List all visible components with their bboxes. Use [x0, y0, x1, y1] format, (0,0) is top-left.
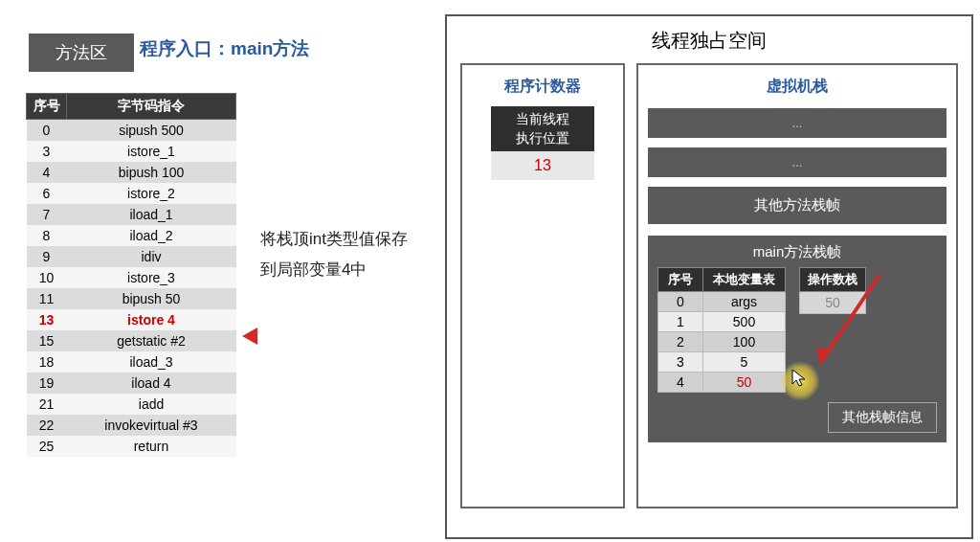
- cell-seq: 3: [27, 141, 67, 162]
- bytecode-table: 序号 字节码指令 0sipush 5003istore_14bipush 100…: [26, 93, 236, 457]
- entry-point-label: 程序入口：main方法: [140, 36, 309, 61]
- current-line-pointer-icon: [242, 327, 257, 345]
- program-counter-box: 程序计数器 当前线程 执行位置 13: [460, 63, 625, 508]
- cell-instr: iadd: [67, 394, 236, 415]
- table-row: 4bipush 100: [27, 162, 236, 183]
- pc-label: 执行位置: [491, 129, 594, 148]
- cell-seq: 0: [27, 120, 67, 142]
- col-instr: 字节码指令: [67, 94, 236, 120]
- vm-stack-title: 虚拟机栈: [648, 77, 947, 97]
- table-row: 1500: [658, 312, 786, 332]
- table-row: 13istore 4: [27, 309, 236, 330]
- lv-col-seq: 序号: [658, 268, 703, 292]
- pc-value: 13: [491, 151, 594, 180]
- lv-seq: 2: [658, 332, 703, 352]
- cursor-icon: [791, 369, 809, 393]
- table-row: 2100: [658, 332, 786, 352]
- cell-instr: iload_2: [67, 225, 236, 246]
- cell-seq: 8: [27, 225, 67, 246]
- desc-line: 到局部变量4中: [260, 255, 408, 285]
- desc-line: 将栈顶int类型值保存: [260, 224, 408, 255]
- main-stack-frame: main方法栈帧 序号 本地变量表 0args1500210035450 操作数…: [648, 236, 947, 442]
- cell-seq: 13: [27, 309, 67, 330]
- cell-instr: sipush 500: [67, 120, 236, 142]
- lv-val: 5: [703, 352, 786, 373]
- cell-seq: 25: [27, 436, 67, 457]
- cell-instr: iload 4: [67, 373, 236, 394]
- col-seq: 序号: [27, 94, 67, 120]
- table-row: 22invokevirtual #3: [27, 415, 236, 436]
- method-area-label: 方法区: [29, 34, 134, 72]
- lv-seq: 1: [658, 312, 703, 332]
- lv-val: 100: [703, 332, 786, 352]
- stack-slot: ...: [648, 108, 947, 138]
- lv-seq: 3: [658, 352, 703, 373]
- table-row: 19iload 4: [27, 373, 236, 394]
- pc-title: 程序计数器: [462, 77, 623, 97]
- main-frame-title: main方法栈帧: [657, 243, 937, 261]
- cell-instr: istore_1: [67, 141, 236, 162]
- other-frame-info: 其他栈帧信息: [828, 402, 937, 433]
- table-row: 6istore_2: [27, 183, 236, 204]
- cell-seq: 15: [27, 330, 67, 351]
- cell-seq: 11: [27, 288, 67, 309]
- lv-col-name: 本地变量表: [703, 268, 786, 292]
- cell-instr: iload_3: [67, 351, 236, 373]
- table-row: 25return: [27, 436, 236, 457]
- cell-seq: 22: [27, 415, 67, 436]
- table-row: 0args: [658, 292, 786, 312]
- local-var-table: 序号 本地变量表 0args1500210035450: [657, 267, 786, 393]
- cell-seq: 18: [27, 351, 67, 373]
- pc-label: 当前线程: [491, 110, 594, 129]
- table-row: 11bipush 50: [27, 288, 236, 309]
- lv-seq: 0: [658, 292, 703, 312]
- table-row: 21iadd: [27, 394, 236, 415]
- cell-seq: 10: [27, 267, 67, 288]
- lv-val: args: [703, 292, 786, 312]
- vm-stack-box: 虚拟机栈 ... ... 其他方法栈帧 main方法栈帧 序号 本地变量表 0a…: [636, 63, 958, 508]
- cell-instr: bipush 50: [67, 288, 236, 309]
- cell-seq: 6: [27, 183, 67, 204]
- lv-val: 50: [703, 373, 786, 393]
- pc-display: 当前线程 执行位置 13: [491, 106, 594, 180]
- table-row: 0sipush 500: [27, 120, 236, 142]
- cell-seq: 21: [27, 394, 67, 415]
- table-row: 8iload_2: [27, 225, 236, 246]
- other-frame-label: 其他方法栈帧: [648, 187, 947, 224]
- cell-seq: 19: [27, 373, 67, 394]
- table-row: 9idiv: [27, 246, 236, 267]
- table-row: 35: [658, 352, 786, 373]
- cell-seq: 9: [27, 246, 67, 267]
- cell-instr: iload_1: [67, 204, 236, 225]
- stack-slot: ...: [648, 147, 947, 177]
- lv-val: 500: [703, 312, 786, 332]
- table-row: 3istore_1: [27, 141, 236, 162]
- thread-space-title: 线程独占空间: [447, 16, 971, 63]
- cell-instr: getstatic #2: [67, 330, 236, 351]
- cell-instr: return: [67, 436, 236, 457]
- table-row: 10istore_3: [27, 267, 236, 288]
- table-row: 15getstatic #2: [27, 330, 236, 351]
- cell-instr: istore_3: [67, 267, 236, 288]
- table-row: 450: [658, 373, 786, 393]
- table-row: 7iload_1: [27, 204, 236, 225]
- instruction-description: 将栈顶int类型值保存 到局部变量4中: [260, 224, 408, 286]
- cell-instr: invokevirtual #3: [67, 415, 236, 436]
- cell-seq: 4: [27, 162, 67, 183]
- cell-instr: bipush 100: [67, 162, 236, 183]
- thread-private-space: 线程独占空间 程序计数器 当前线程 执行位置 13 虚拟机栈 ... ... 其…: [445, 14, 973, 539]
- lv-seq: 4: [658, 373, 703, 393]
- cell-instr: istore 4: [67, 309, 236, 330]
- table-row: 18iload_3: [27, 351, 236, 373]
- cell-instr: istore_2: [67, 183, 236, 204]
- cell-instr: idiv: [67, 246, 236, 267]
- arrow-icon: [811, 273, 887, 369]
- cell-seq: 7: [27, 204, 67, 225]
